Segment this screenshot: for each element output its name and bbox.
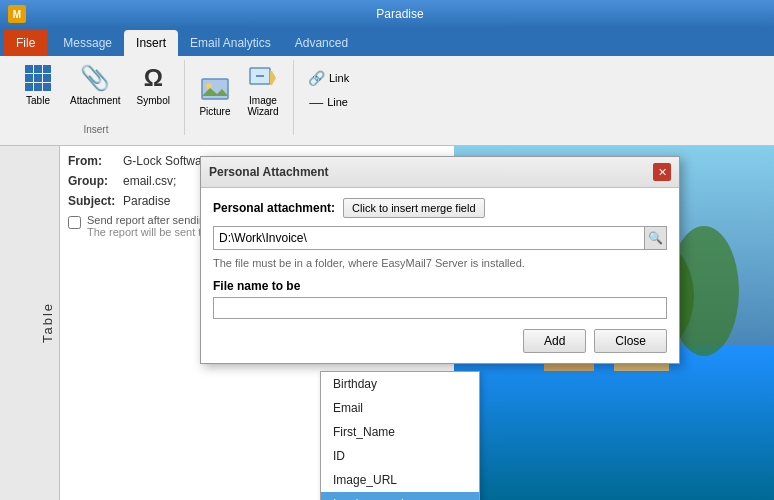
- image-wizard-btn-label: Image Wizard: [247, 95, 278, 117]
- dropdown-item-invoice-number[interactable]: Invoice_number: [321, 492, 479, 500]
- close-button[interactable]: Close: [594, 329, 667, 353]
- modal-overlay: Personal Attachment ✕ Personal attachmen…: [0, 146, 774, 500]
- symbol-icon: Ω: [137, 62, 169, 94]
- picture-icon: [199, 73, 231, 105]
- dialog-title: Personal Attachment: [209, 165, 329, 179]
- tab-insert[interactable]: Insert: [124, 30, 178, 56]
- file-name-input[interactable]: [213, 297, 667, 319]
- tab-message[interactable]: Message: [51, 30, 124, 56]
- link-icon: 🔗: [308, 70, 325, 86]
- window-title: Paradise: [34, 7, 766, 21]
- line-icon: —: [309, 94, 323, 110]
- dialog-title-bar: Personal Attachment ✕: [201, 157, 679, 188]
- tab-file[interactable]: File: [4, 30, 47, 56]
- hint-text: The file must be in a folder, where Easy…: [213, 256, 667, 271]
- personal-attachment-row: Personal attachment: Click to insert mer…: [213, 198, 667, 218]
- line-btn-label: Line: [327, 96, 348, 108]
- personal-attachment-label: Personal attachment:: [213, 201, 335, 215]
- attachment-path-input[interactable]: [214, 228, 644, 248]
- add-button[interactable]: Add: [523, 329, 586, 353]
- table-btn-label: Table: [26, 95, 50, 106]
- file-name-label: File name to be: [213, 279, 667, 293]
- svg-point-3: [206, 83, 212, 89]
- personal-attachment-dialog: Personal Attachment ✕ Personal attachmen…: [200, 156, 680, 364]
- dropdown-item-birthday[interactable]: Birthday: [321, 372, 479, 396]
- image-wizard-icon: [247, 62, 279, 94]
- merge-field-dropdown: Birthday Email First_Name ID Image_URL I…: [320, 371, 480, 500]
- ribbon-group-media: Picture Image Wizard: [185, 60, 294, 135]
- attachment-button[interactable]: 📎 Attachment: [64, 60, 127, 108]
- dropdown-item-firstname[interactable]: First_Name: [321, 420, 479, 444]
- attachment-path-input-wrapper: 🔍: [213, 226, 667, 250]
- dropdown-item-email[interactable]: Email: [321, 396, 479, 420]
- dialog-footer: Add Close: [213, 329, 667, 353]
- app-content: Table and: [0, 146, 774, 500]
- dropdown-item-id[interactable]: ID: [321, 444, 479, 468]
- ribbon-content: Table 📎 Attachment Ω Symbol Insert: [0, 56, 774, 146]
- picture-button[interactable]: Picture: [193, 71, 237, 119]
- attachment-icon: 📎: [79, 62, 111, 94]
- link-button[interactable]: 🔗 Link: [302, 68, 355, 88]
- dialog-close-button[interactable]: ✕: [653, 163, 671, 181]
- table-icon: [22, 62, 54, 94]
- tab-email-analytics[interactable]: Email Analytics: [178, 30, 283, 56]
- link-btn-label: Link: [329, 72, 349, 84]
- merge-field-button[interactable]: Click to insert merge field: [343, 198, 485, 218]
- table-button[interactable]: Table: [16, 60, 60, 108]
- symbol-button[interactable]: Ω Symbol: [131, 60, 176, 108]
- image-wizard-button[interactable]: Image Wizard: [241, 60, 285, 119]
- attachment-btn-label: Attachment: [70, 95, 121, 106]
- dropdown-item-image-url[interactable]: Image_URL: [321, 468, 479, 492]
- picture-btn-label: Picture: [199, 106, 230, 117]
- line-button[interactable]: — Line: [303, 92, 354, 112]
- search-button[interactable]: 🔍: [644, 227, 666, 249]
- ribbon-group-items: Table 📎 Attachment Ω Symbol: [16, 60, 176, 108]
- ribbon-group-insert: Table 📎 Attachment Ω Symbol Insert: [8, 60, 185, 135]
- app-icon: M: [8, 5, 26, 23]
- svg-text:M: M: [13, 9, 21, 20]
- ribbon-group-label: Insert: [83, 124, 108, 135]
- ribbon-group-links: 🔗 Link — Line: [294, 60, 363, 135]
- symbol-btn-label: Symbol: [137, 95, 170, 106]
- ribbon-tab-bar: File Message Insert Email Analytics Adva…: [0, 28, 774, 56]
- title-bar: M Paradise: [0, 0, 774, 28]
- dialog-body: Personal attachment: Click to insert mer…: [201, 188, 679, 363]
- ribbon-media-items: Picture Image Wizard: [193, 60, 285, 119]
- svg-marker-5: [270, 71, 276, 85]
- tab-advanced[interactable]: Advanced: [283, 30, 360, 56]
